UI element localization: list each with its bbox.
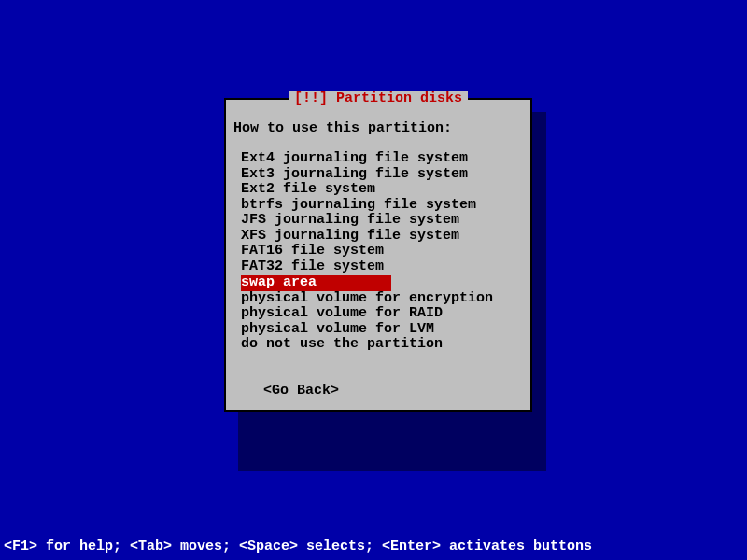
option-pv-lvm[interactable]: physical volume for LVM bbox=[241, 322, 523, 338]
option-pv-raid[interactable]: physical volume for RAID bbox=[241, 306, 523, 322]
option-do-not-use[interactable]: do not use the partition bbox=[241, 337, 523, 353]
dialog-title: [!!] Partition disks bbox=[289, 91, 468, 106]
option-fat32[interactable]: FAT32 file system bbox=[241, 259, 523, 275]
option-swap[interactable]: swap area bbox=[241, 275, 391, 291]
help-bar: <F1> for help; <Tab> moves; <Space> sele… bbox=[4, 539, 592, 554]
option-ext4[interactable]: Ext4 journaling file system bbox=[241, 151, 523, 167]
option-jfs[interactable]: JFS journaling file system bbox=[241, 213, 523, 229]
option-btrfs[interactable]: btrfs journaling file system bbox=[241, 198, 523, 214]
option-ext3[interactable]: Ext3 journaling file system bbox=[241, 167, 523, 183]
option-xfs[interactable]: XFS journaling file system bbox=[241, 229, 523, 245]
partition-dialog: [!!] Partition disks How to use this par… bbox=[224, 98, 532, 412]
option-fat16[interactable]: FAT16 file system bbox=[241, 244, 523, 259]
go-back-button[interactable]: <Go Back> bbox=[263, 383, 523, 399]
option-pv-encryption[interactable]: physical volume for encryption bbox=[241, 291, 523, 307]
option-ext2[interactable]: Ext2 file system bbox=[241, 182, 523, 198]
dialog-prompt: How to use this partition: bbox=[233, 120, 523, 136]
filesystem-options: Ext4 journaling file system Ext3 journal… bbox=[241, 151, 523, 353]
